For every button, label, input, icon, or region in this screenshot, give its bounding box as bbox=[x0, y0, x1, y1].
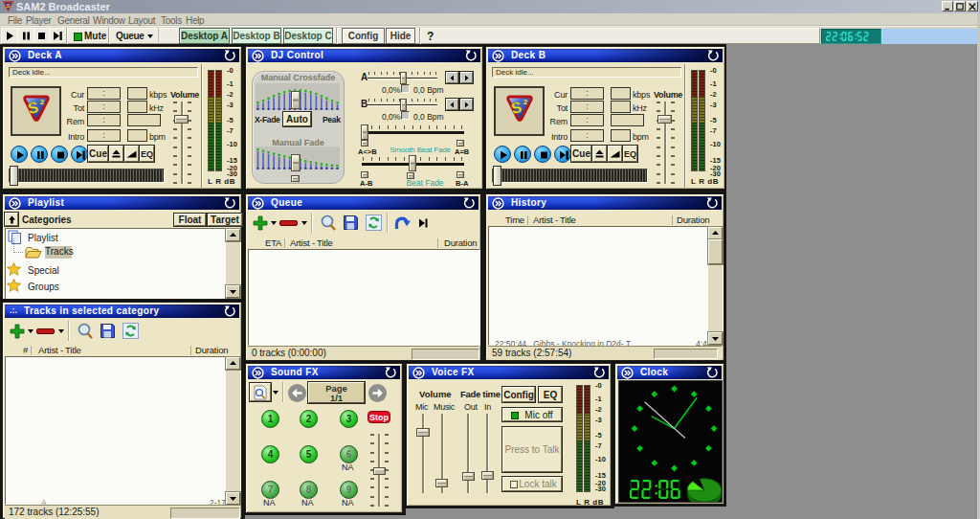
svg-text:2: 2 bbox=[523, 98, 528, 106]
svg-text:S: S bbox=[6, 3, 10, 9]
svg-text:2: 2 bbox=[40, 98, 45, 106]
